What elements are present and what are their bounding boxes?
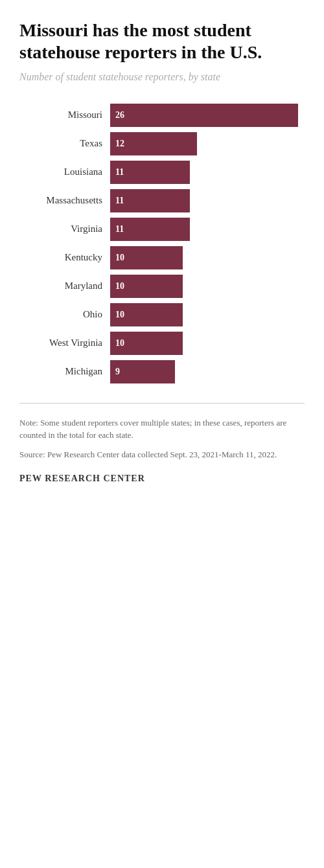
bar: 10 bbox=[110, 275, 183, 298]
bar-label: Louisiana bbox=[19, 166, 110, 177]
bar: 26 bbox=[110, 104, 298, 127]
bar: 11 bbox=[110, 218, 190, 241]
bar-value: 10 bbox=[115, 253, 124, 263]
bar-chart: Missouri26Texas12Louisiana11Massachusett… bbox=[19, 104, 305, 383]
bar: 9 bbox=[110, 360, 175, 383]
chart-title: Missouri has the most student statehouse… bbox=[19, 19, 305, 63]
bar-value: 9 bbox=[115, 367, 120, 377]
bar: 10 bbox=[110, 332, 183, 355]
bar-value: 11 bbox=[115, 167, 124, 177]
bar-row: Michigan9 bbox=[19, 360, 305, 383]
bar-wrapper: 10 bbox=[110, 303, 305, 326]
bar-row: West Virginia10 bbox=[19, 332, 305, 355]
bar-value: 12 bbox=[115, 139, 124, 149]
bar-row: Kentucky10 bbox=[19, 246, 305, 269]
bar-row: Maryland10 bbox=[19, 275, 305, 298]
bar-label: Maryland bbox=[19, 280, 110, 291]
chart-source: Source: Pew Research Center data collect… bbox=[19, 448, 305, 461]
bar: 11 bbox=[110, 189, 190, 212]
bar-label: Ohio bbox=[19, 309, 110, 320]
bar-wrapper: 10 bbox=[110, 332, 305, 355]
bar-wrapper: 12 bbox=[110, 132, 305, 155]
bar-label: Missouri bbox=[19, 109, 110, 120]
bar-label: Texas bbox=[19, 138, 110, 149]
bar: 12 bbox=[110, 132, 197, 155]
bar-wrapper: 10 bbox=[110, 275, 305, 298]
bar-wrapper: 26 bbox=[110, 104, 305, 127]
chart-note: Note: Some student reporters cover multi… bbox=[19, 417, 305, 442]
bar-label: Massachusetts bbox=[19, 195, 110, 206]
bar-row: Texas12 bbox=[19, 132, 305, 155]
bar-value: 26 bbox=[115, 110, 124, 120]
bar-label: Michigan bbox=[19, 366, 110, 377]
bar: 11 bbox=[110, 161, 190, 184]
bar-wrapper: 10 bbox=[110, 246, 305, 269]
chart-subtitle: Number of student statehouse reporters, … bbox=[19, 71, 305, 84]
bar-value: 10 bbox=[115, 281, 124, 291]
bar-value: 10 bbox=[115, 310, 124, 320]
bar-label: West Virginia bbox=[19, 337, 110, 348]
divider bbox=[19, 403, 305, 404]
brand-label: PEW RESEARCH CENTER bbox=[19, 474, 305, 484]
bar-label: Virginia bbox=[19, 223, 110, 234]
bar-label: Kentucky bbox=[19, 252, 110, 263]
bar-row: Louisiana11 bbox=[19, 161, 305, 184]
bar-wrapper: 11 bbox=[110, 218, 305, 241]
bar-wrapper: 9 bbox=[110, 360, 305, 383]
bar-row: Virginia11 bbox=[19, 218, 305, 241]
bar-row: Missouri26 bbox=[19, 104, 305, 127]
bar: 10 bbox=[110, 303, 183, 326]
bar: 10 bbox=[110, 246, 183, 269]
bar-wrapper: 11 bbox=[110, 161, 305, 184]
bar-value: 11 bbox=[115, 224, 124, 234]
bar-row: Massachusetts11 bbox=[19, 189, 305, 212]
bar-value: 10 bbox=[115, 338, 124, 348]
bar-wrapper: 11 bbox=[110, 189, 305, 212]
bar-value: 11 bbox=[115, 196, 124, 206]
bar-row: Ohio10 bbox=[19, 303, 305, 326]
